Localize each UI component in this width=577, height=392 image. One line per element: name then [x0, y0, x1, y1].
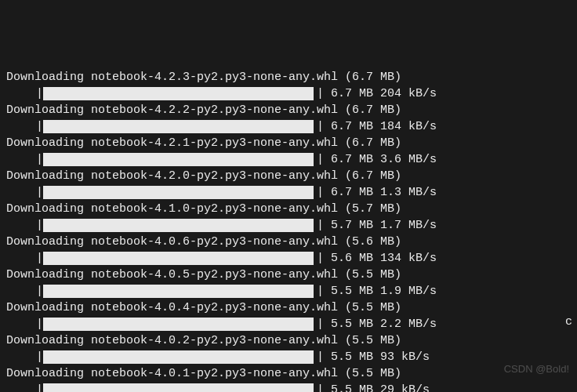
progress-line: || 5.5 MB 2.2 MB/s — [0, 316, 577, 332]
progress-stats: | 5.5 MB 2.2 MB/s — [314, 316, 437, 332]
download-line: Downloading notebook-4.0.5-py2.py3-none-… — [0, 267, 577, 283]
progress-bar-fill — [43, 350, 314, 364]
progress-bar — [43, 383, 314, 392]
progress-bar-fill — [43, 186, 314, 199]
progress-line: || 6.7 MB 3.6 MB/s — [0, 151, 577, 168]
download-entry: Downloading notebook-4.0.5-py2.py3-none-… — [0, 267, 577, 299]
watermark: CSDN @Bold! — [504, 362, 569, 376]
download-line: Downloading notebook-4.0.4-py2.py3-none-… — [0, 299, 577, 316]
progress-line: || 5.5 MB 1.9 MB/s — [0, 283, 577, 299]
download-entry: Downloading notebook-4.0.1-py2.py3-none-… — [0, 365, 577, 392]
progress-prefix: | — [6, 316, 43, 332]
progress-bar-fill — [43, 153, 314, 166]
download-entry: Downloading notebook-4.2.2-py2.py3-none-… — [0, 102, 577, 135]
download-entry: Downloading notebook-4.2.0-py2.py3-none-… — [0, 168, 577, 201]
progress-stats: | 6.7 MB 184 kB/s — [314, 118, 437, 135]
progress-line: || 5.5 MB 29 kB/s — [0, 382, 577, 392]
download-entry: Downloading notebook-4.2.3-py2.py3-none-… — [0, 69, 577, 102]
progress-line: || 6.7 MB 1.3 MB/s — [0, 184, 577, 201]
progress-stats: | 6.7 MB 3.6 MB/s — [314, 151, 437, 168]
progress-stats: | 5.7 MB 1.7 MB/s — [314, 217, 437, 234]
download-line: Downloading notebook-4.2.0-py2.py3-none-… — [0, 168, 577, 184]
progress-bar — [43, 350, 314, 364]
progress-line: || 5.5 MB 93 kB/s — [0, 349, 577, 365]
progress-stats: | 5.5 MB 29 kB/s — [314, 382, 430, 392]
progress-stats: | 5.5 MB 1.9 MB/s — [314, 283, 437, 299]
download-line: Downloading notebook-4.1.0-py2.py3-none-… — [0, 201, 577, 217]
progress-prefix: | — [6, 151, 43, 168]
progress-bar-fill — [43, 252, 314, 265]
progress-prefix: | — [6, 250, 43, 267]
download-line: Downloading notebook-4.0.6-py2.py3-none-… — [0, 234, 577, 250]
progress-prefix: | — [6, 382, 43, 392]
progress-prefix: | — [6, 85, 43, 102]
progress-stats: | 6.7 MB 204 kB/s — [314, 85, 437, 102]
progress-bar — [43, 285, 314, 298]
progress-stats: | 5.6 MB 134 kB/s — [314, 250, 437, 267]
progress-bar — [43, 120, 314, 133]
progress-line: || 6.7 MB 184 kB/s — [0, 118, 577, 135]
progress-bar — [43, 318, 314, 331]
progress-prefix: | — [6, 184, 43, 201]
download-entry: Downloading notebook-4.0.6-py2.py3-none-… — [0, 234, 577, 267]
progress-line: || 5.7 MB 1.7 MB/s — [0, 217, 577, 234]
progress-bar — [43, 186, 314, 199]
progress-bar-fill — [43, 120, 314, 133]
progress-prefix: | — [6, 283, 43, 299]
progress-stats: | 5.5 MB 93 kB/s — [314, 349, 430, 365]
download-line: Downloading notebook-4.2.3-py2.py3-none-… — [0, 69, 577, 85]
progress-bar — [43, 87, 314, 100]
download-entry: Downloading notebook-4.2.1-py2.py3-none-… — [0, 135, 577, 168]
download-entry: Downloading notebook-4.1.0-py2.py3-none-… — [0, 201, 577, 234]
terminal-output: Downloading notebook-4.2.3-py2.py3-none-… — [0, 69, 577, 392]
progress-bar-fill — [43, 285, 314, 298]
progress-stats: | 6.7 MB 1.3 MB/s — [314, 184, 437, 201]
progress-prefix: | — [6, 118, 43, 135]
download-entry: Downloading notebook-4.0.4-py2.py3-none-… — [0, 299, 577, 332]
download-line: Downloading notebook-4.2.1-py2.py3-none-… — [0, 135, 577, 151]
progress-bar — [43, 219, 314, 232]
download-line: Downloading notebook-4.2.2-py2.py3-none-… — [0, 102, 577, 118]
progress-line: || 6.7 MB 204 kB/s — [0, 85, 577, 102]
download-entry: Downloading notebook-4.0.2-py2.py3-none-… — [0, 332, 577, 365]
progress-bar-fill — [43, 87, 314, 100]
progress-bar-fill — [43, 318, 314, 331]
stray-char: c — [565, 314, 572, 330]
progress-bar-fill — [43, 219, 314, 232]
progress-line: || 5.6 MB 134 kB/s — [0, 250, 577, 267]
progress-bar — [43, 252, 314, 265]
download-line: Downloading notebook-4.0.2-py2.py3-none-… — [0, 332, 577, 349]
progress-prefix: | — [6, 217, 43, 234]
progress-bar — [43, 153, 314, 166]
download-line: Downloading notebook-4.0.1-py2.py3-none-… — [0, 365, 577, 382]
progress-prefix: | — [6, 349, 43, 365]
progress-bar-fill — [43, 383, 314, 392]
